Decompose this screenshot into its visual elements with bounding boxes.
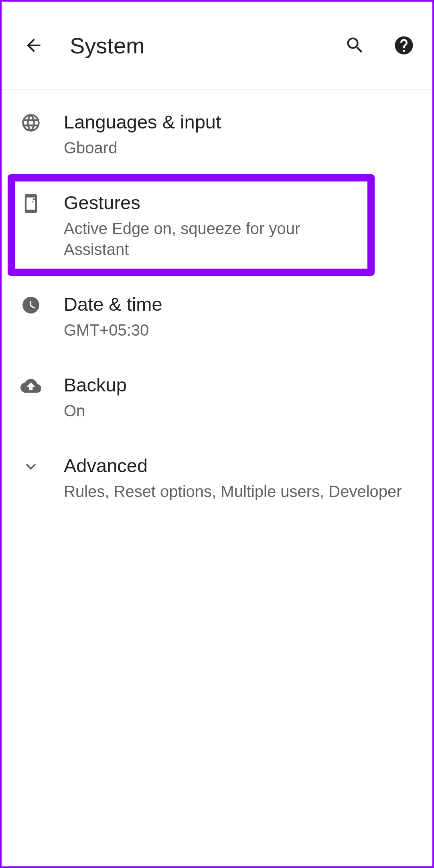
- settings-list: Languages & input Gboard Gestures Active…: [2, 90, 432, 518]
- item-subtitle: On: [64, 400, 420, 421]
- item-subtitle: GMT+05:30: [64, 320, 420, 340]
- backup-icon: [20, 375, 42, 397]
- item-title: Advanced: [64, 453, 420, 478]
- clock-icon: [20, 294, 42, 316]
- gestures-icon: [20, 192, 42, 214]
- item-title: Backup: [64, 373, 420, 397]
- settings-item-gestures[interactable]: Gestures Active Edge on, squeeze for you…: [15, 181, 367, 269]
- app-header: System: [2, 2, 432, 90]
- back-arrow-icon: [24, 35, 44, 55]
- item-title: Gestures: [64, 190, 361, 215]
- item-subtitle: Rules, Reset options, Multiple users, De…: [64, 481, 405, 502]
- help-icon: [393, 35, 415, 56]
- chevron-down-icon: [20, 455, 42, 477]
- settings-item-backup[interactable]: Backup On: [2, 357, 432, 437]
- item-subtitle: Active Edge on, squeeze for your Assista…: [64, 218, 361, 260]
- search-icon: [345, 35, 365, 56]
- search-button[interactable]: [343, 33, 367, 58]
- settings-item-date-time[interactable]: Date & time GMT+05:30: [2, 276, 432, 357]
- globe-icon: [20, 112, 42, 134]
- item-subtitle: Gboard: [64, 137, 420, 158]
- help-button[interactable]: [391, 33, 416, 58]
- back-button[interactable]: [22, 33, 46, 57]
- item-title: Languages & input: [64, 110, 420, 134]
- highlight-annotation: Gestures Active Edge on, squeeze for you…: [8, 174, 375, 276]
- settings-item-languages[interactable]: Languages & input Gboard: [2, 94, 432, 174]
- settings-item-advanced[interactable]: Advanced Rules, Reset options, Multiple …: [2, 437, 432, 518]
- page-title: System: [70, 33, 322, 59]
- item-title: Date & time: [64, 292, 420, 316]
